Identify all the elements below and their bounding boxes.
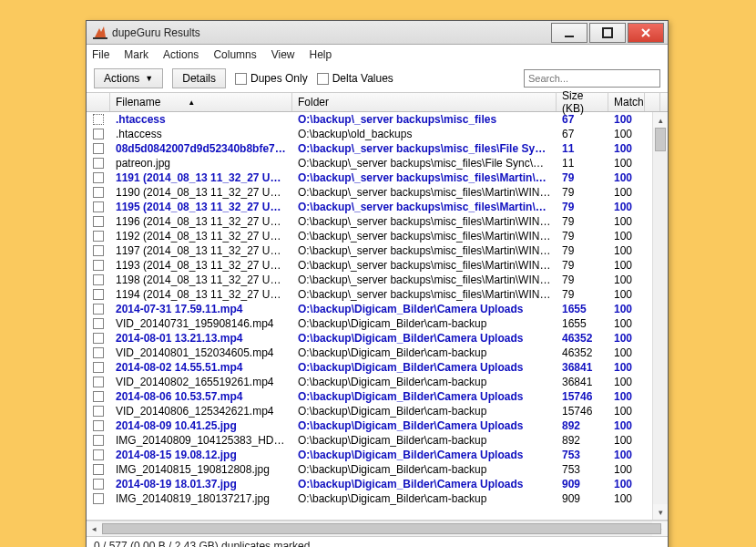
cell-filename: VID_20140731_195908146.mp4 (110, 317, 292, 330)
row-checkbox[interactable] (87, 289, 110, 300)
scroll-down-icon[interactable]: ▾ (653, 504, 668, 520)
table-row[interactable]: VID_20140806_125342621.mp4O:\backup\Digi… (87, 404, 668, 418)
scroll-up-icon[interactable]: ▴ (653, 112, 668, 128)
row-checkbox[interactable] (87, 129, 110, 139)
row-checkbox[interactable] (87, 187, 110, 198)
table-row[interactable]: 1198 (2014_08_13 11_32_27 UTC).001O:\bac… (87, 273, 668, 287)
cell-size: 79 (557, 288, 608, 301)
table-row[interactable]: 2014-08-01 13.21.13.mp4O:\backup\Digicam… (87, 331, 668, 346)
table-row[interactable]: 2014-08-09 10.41.25.jpgO:\backup\Digicam… (87, 418, 668, 433)
table-row[interactable]: 2014-08-15 19.08.12.jpgO:\backup\Digicam… (87, 448, 668, 462)
row-checkbox[interactable] (87, 318, 110, 329)
delta-values-checkbox[interactable]: Delta Values (317, 72, 393, 85)
row-checkbox[interactable] (87, 114, 110, 125)
table-row[interactable]: 08d5d0842007d9d52340b8bfe7a02...O:\backu… (87, 141, 668, 156)
cell-size: 753 (557, 449, 608, 461)
row-checkbox[interactable] (87, 172, 110, 183)
row-checkbox[interactable] (87, 143, 110, 154)
header-size[interactable]: Size (KB) (557, 93, 608, 111)
row-checkbox[interactable] (87, 158, 110, 169)
row-checkbox[interactable] (87, 391, 110, 402)
checkbox-icon (93, 362, 104, 373)
table-row[interactable]: 1190 (2014_08_13 11_32_27 UTC).001O:\bac… (87, 185, 668, 200)
row-checkbox[interactable] (87, 231, 110, 242)
scroll-track[interactable] (102, 521, 652, 536)
row-checkbox[interactable] (87, 493, 110, 504)
menu-file[interactable]: File (92, 48, 109, 61)
maximize-button[interactable] (589, 23, 626, 43)
scroll-track[interactable] (653, 128, 668, 504)
menu-help[interactable]: Help (310, 48, 332, 61)
table-row[interactable]: VID_20140801_152034605.mp4O:\backup\Digi… (87, 346, 668, 360)
table-row[interactable]: 2014-08-02 14.55.51.mp4O:\backup\Digicam… (87, 360, 668, 375)
cell-filename: 08d5d0842007d9d52340b8bfe7a02... (110, 142, 292, 155)
row-checkbox[interactable] (87, 333, 110, 344)
horizontal-scrollbar[interactable]: ◂ ▸ (87, 521, 668, 536)
close-button[interactable] (628, 23, 664, 43)
results-rows[interactable]: .htaccessO:\backup\_server backups\misc_… (87, 112, 668, 521)
table-row[interactable]: VID_20140802_165519261.mp4O:\backup\Digi… (87, 375, 668, 389)
menu-columns[interactable]: Columns (213, 48, 256, 61)
cell-match: 100 (608, 157, 645, 170)
row-checkbox[interactable] (87, 362, 110, 373)
table-row[interactable]: .htaccessO:\backup\old_backups67100 (87, 127, 668, 141)
scroll-thumb[interactable] (655, 128, 666, 151)
menu-actions[interactable]: Actions (163, 48, 199, 61)
search-input[interactable] (524, 69, 660, 88)
row-checkbox[interactable] (87, 201, 110, 212)
table-row[interactable]: IMG_20140815_190812808.jpgO:\backup\Digi… (87, 462, 668, 477)
row-checkbox[interactable] (87, 274, 110, 285)
cell-filename: .htaccess (110, 128, 292, 140)
cell-folder: O:\backup\_server backups\misc_files\Mar… (292, 230, 557, 243)
table-row[interactable]: 1195 (2014_08_13 11_32_27 UTC).001O:\bac… (87, 200, 668, 214)
row-checkbox[interactable] (87, 435, 110, 446)
table-row[interactable]: 1192 (2014_08_13 11_32_27 UTC).001O:\bac… (87, 229, 668, 243)
titlebar[interactable]: dupeGuru Results (87, 21, 668, 45)
header-folder[interactable]: Folder (292, 93, 557, 111)
row-checkbox[interactable] (87, 347, 110, 358)
row-checkbox[interactable] (87, 260, 110, 271)
table-row[interactable]: 1197 (2014_08_13 11_32_27 UTC).001O:\bac… (87, 243, 668, 258)
row-checkbox[interactable] (87, 245, 110, 256)
table-row[interactable]: VID_20140731_195908146.mp4O:\backup\Digi… (87, 316, 668, 331)
cell-folder: O:\backup\Digicam_Bilder\Camera Uploads (292, 449, 557, 461)
details-button[interactable]: Details (172, 68, 226, 88)
table-row[interactable]: IMG_20140819_180137217.jpgO:\backup\Digi… (87, 491, 668, 506)
svg-rect-1 (565, 36, 574, 37)
menu-mark[interactable]: Mark (124, 48, 148, 61)
vertical-scrollbar[interactable]: ▴ ▾ (652, 112, 668, 520)
scroll-thumb[interactable] (102, 523, 661, 534)
header-filename[interactable]: Filename ▲ (110, 93, 292, 111)
header-match[interactable]: Match (608, 93, 645, 111)
row-checkbox[interactable] (87, 216, 110, 227)
checkbox-icon (93, 391, 104, 402)
row-checkbox[interactable] (87, 406, 110, 417)
table-row[interactable]: 1196 (2014_08_13 11_32_27 UTC).001O:\bac… (87, 214, 668, 229)
cell-folder: O:\backup\_server backups\misc_files\Mar… (292, 215, 557, 228)
cell-filename: 1191 (2014_08_13 11_32_27 UTC).001 (110, 171, 292, 184)
minimize-button[interactable] (551, 23, 587, 43)
table-row[interactable]: 2014-08-19 18.01.37.jpgO:\backup\Digicam… (87, 477, 668, 491)
table-row[interactable]: 1194 (2014_08_13 11_32_27 UTC).001O:\bac… (87, 287, 668, 302)
actions-dropdown[interactable]: Actions ▼ (94, 68, 163, 88)
table-row[interactable]: 2014-07-31 17.59.11.mp4O:\backup\Digicam… (87, 302, 668, 316)
table-row[interactable]: 1193 (2014_08_13 11_32_27 UTC).001O:\bac… (87, 258, 668, 273)
cell-folder: O:\backup\_server backups\misc_files\Mar… (292, 259, 557, 272)
table-row[interactable]: IMG_20140809_104125383_HDR.jpgO:\backup\… (87, 433, 668, 448)
row-checkbox[interactable] (87, 449, 110, 460)
menu-view[interactable]: View (271, 48, 295, 61)
header-checkbox[interactable] (87, 93, 110, 111)
row-checkbox[interactable] (87, 377, 110, 387)
row-checkbox[interactable] (87, 420, 110, 431)
table-row[interactable]: 2014-08-06 10.53.57.mp4O:\backup\Digicam… (87, 389, 668, 404)
scroll-left-icon[interactable]: ◂ (87, 521, 102, 536)
cell-filename: VID_20140801_152034605.mp4 (110, 346, 292, 359)
dupes-only-checkbox[interactable]: Dupes Only (235, 72, 308, 85)
cell-folder: O:\backup\_server backups\misc_files\Fil… (292, 142, 557, 155)
table-row[interactable]: patreon.jpgO:\backup\_server backups\mis… (87, 156, 668, 170)
row-checkbox[interactable] (87, 464, 110, 475)
row-checkbox[interactable] (87, 304, 110, 315)
row-checkbox[interactable] (87, 479, 110, 490)
table-row[interactable]: 1191 (2014_08_13 11_32_27 UTC).001O:\bac… (87, 170, 668, 185)
table-row[interactable]: .htaccessO:\backup\_server backups\misc_… (87, 112, 668, 127)
